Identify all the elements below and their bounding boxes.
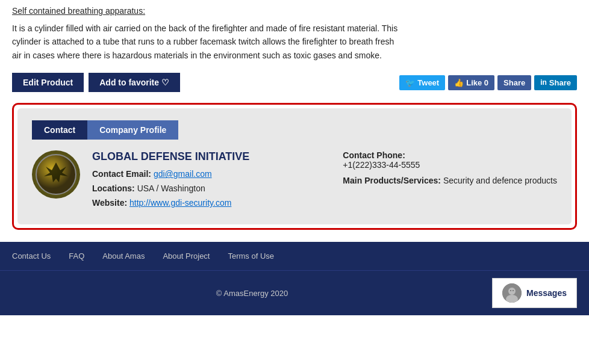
contact-phone-value: +1(222)333-44-5555 [343,160,557,170]
locations-label: Locations: [92,184,135,193]
contact-phone-row: Contact Phone: +1(222)333-44-5555 [343,150,557,170]
facebook-share-label: Share [503,78,525,87]
main-products-value: Security and defence products [443,176,557,185]
footer-link-about-project[interactable]: About Project [163,251,210,261]
action-bar: Edit Product Add to favorite ♡ 🐦 Tweet 👍… [12,73,577,92]
contact-email-link[interactable]: gdi@gmail.com [154,169,212,179]
footer-link-about-amas[interactable]: About Amas [102,251,145,261]
website-row: Website: http://www.gdi-security.com [92,198,331,208]
edit-product-button[interactable]: Edit Product [12,73,84,92]
company-card-wrapper: Contact Company Profile [12,103,577,230]
footer-links: Contact Us FAQ About Amas About Project … [12,251,274,261]
svg-point-5 [513,290,514,291]
tweet-button[interactable]: 🐦 Tweet [399,75,445,90]
locations-value: USA / Washington [137,184,205,193]
add-to-favorite-button[interactable]: Add to favorite ♡ [89,73,180,92]
facebook-share-button[interactable]: Share [497,75,531,90]
contact-email-label: Contact Email: [92,169,151,179]
company-info: GLOBAL DEFENSE INITIATIVE Contact Email:… [32,150,557,212]
footer-link-terms[interactable]: Terms of Use [228,251,274,261]
company-logo-image [32,150,80,199]
svg-point-4 [510,290,511,291]
website-link[interactable]: http://www.gdi-security.com [129,198,231,208]
product-description-title: Self contained breathing apparatus: [12,6,577,16]
company-tabs: Contact Company Profile [32,120,557,140]
company-details: GLOBAL DEFENSE INITIATIVE Contact Email:… [92,150,331,212]
company-name: GLOBAL DEFENSE INITIATIVE [92,150,331,163]
locations-row: Locations: USA / Washington [92,184,331,193]
product-description-text: It is a cylinder filled with air carried… [12,22,404,62]
tweet-label: Tweet [417,78,439,87]
tab-company-profile[interactable]: Company Profile [87,120,178,140]
linkedin-share-label: Share [549,78,571,87]
contact-phone-label: Contact Phone: [343,150,557,160]
tab-contact[interactable]: Contact [32,120,87,140]
messages-widget[interactable]: Messages [492,278,577,308]
website-label: Website: [92,198,127,208]
footer-copyright: © AmasEnergy 2020 [12,289,492,298]
facebook-like-button[interactable]: 👍 Like 0 [448,75,494,90]
social-buttons: 🐦 Tweet 👍 Like 0 Share in Share [399,75,577,90]
footer-bottom: © AmasEnergy 2020 Messages [0,270,589,315]
twitter-icon: 🐦 [405,78,415,87]
company-logo [32,150,80,199]
thumbs-up-icon: 👍 [454,78,464,87]
main-products-row: Main Products/Services: Security and def… [343,176,557,185]
footer-link-faq[interactable]: FAQ [69,251,84,261]
main-products-label: Main Products/Services: [343,176,441,185]
messages-avatar [502,283,522,303]
like-label: Like 0 [466,78,488,87]
messages-label: Messages [526,288,567,298]
footer: Contact Us FAQ About Amas About Project … [0,242,589,270]
linkedin-share-button[interactable]: in Share [534,75,577,90]
company-card: Contact Company Profile [17,108,572,224]
linkedin-icon: in [540,78,547,87]
footer-link-contact-us[interactable]: Contact Us [12,251,51,261]
contact-email-row: Contact Email: gdi@gmail.com [92,169,331,179]
company-right-details: Contact Phone: +1(222)333-44-5555 Main P… [343,150,557,191]
svg-point-2 [508,288,516,295]
